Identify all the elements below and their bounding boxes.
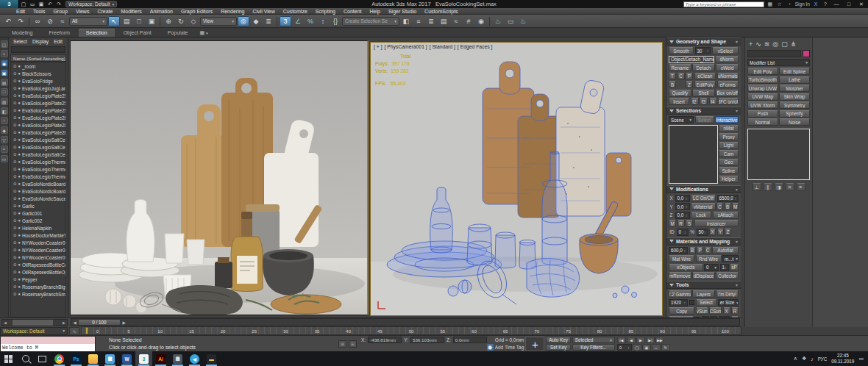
modifier-stack[interactable]: [747, 129, 810, 180]
interactive-button[interactable]: Interactive: [715, 116, 739, 123]
viewport-layout-plus-button[interactable]: +: [525, 337, 544, 351]
taskbar-app-3dsmax[interactable]: 3: [135, 351, 152, 366]
sattach-button[interactable]: sAttach: [713, 212, 739, 219]
explorer-list-item[interactable]: ⊙ ● EvaSoloLegioSaltCellarS: [11, 151, 65, 158]
time-slider[interactable]: ◀ 0 / 100 ▶: [71, 318, 740, 326]
explorer-list-item[interactable]: ⊙ ● EvaSoloFridge: [11, 77, 65, 85]
render-dot-icon[interactable]: ●: [18, 284, 21, 289]
track-bar-ruler[interactable]: 0510152025303540455055606570758085909510…: [81, 326, 741, 335]
snap-3d-icon[interactable]: 3: [280, 16, 291, 26]
csun-button[interactable]: CSun: [709, 307, 722, 315]
explorer-list-item[interactable]: ⊙ ● EvaSoloLegioSaltCellarLi: [11, 143, 65, 151]
menu-item[interactable]: Siger Studio: [388, 9, 416, 14]
configure-stack-icon[interactable]: ≡: [797, 183, 805, 191]
visibility-eye-icon[interactable]: ⊙: [13, 64, 17, 68]
explorer-list-item[interactable]: ⊙ ● HouseDoctorMarbleTray: [11, 232, 65, 239]
unlink-icon[interactable]: ⊘: [44, 16, 56, 26]
smooth-value-spinner[interactable]: 30: [695, 47, 711, 54]
selection-type-button[interactable]: Light: [719, 142, 739, 149]
sign-in-button[interactable]: Sign In: [795, 1, 810, 7]
keyboard-override-icon[interactable]: ≣: [263, 16, 274, 26]
percent-snap-icon[interactable]: %: [305, 16, 316, 26]
modifier-list-dropdown[interactable]: Modifier List: [747, 59, 810, 66]
selection-preview-box[interactable]: [669, 125, 718, 184]
selection-type-button[interactable]: nMat: [719, 125, 739, 132]
insert-button[interactable]: Insert: [669, 98, 689, 105]
explorer-list-item[interactable]: ⊙ ● OilRapeseedBottleOpen: [11, 268, 65, 276]
search-options-icon[interactable]: ▦: [766, 1, 774, 7]
modifier-button[interactable]: Push: [747, 110, 778, 118]
explorer-list-item[interactable]: ⊙ ● NYWoodenCoaster005: [11, 254, 65, 261]
shell-button[interactable]: Shell: [692, 90, 715, 97]
undo-scene-icon[interactable]: ↶: [2, 16, 14, 26]
tab-modeling[interactable]: Modeling: [4, 29, 40, 37]
explorer-list-item[interactable]: ⊙ ● RosemaryBranchSmall0: [11, 290, 65, 298]
help-search-input[interactable]: Type a keyword or phrase: [683, 1, 764, 7]
rendered-frame-window-icon[interactable]: ▭: [505, 16, 516, 26]
explorer-list-item[interactable]: ⊙ ● EvaSoloNordicBoardSma: [11, 187, 65, 195]
use-pivot-center-icon[interactable]: ◎: [238, 16, 249, 26]
explorer-list-item[interactable]: ⊙ ● EvaSoloLegioPlate28Din: [11, 121, 65, 129]
render-dot-icon[interactable]: ●: [18, 167, 21, 171]
dock-icon-11[interactable]: ▽: [1, 136, 8, 143]
mat-p-button[interactable]: P: [697, 247, 703, 254]
hierarchy-tab-icon[interactable]: ≋: [764, 40, 770, 48]
dock-icon-1[interactable]: ◫: [1, 40, 8, 48]
angle-snap-icon[interactable]: ∠: [292, 16, 304, 26]
t-button[interactable]: T: [669, 73, 676, 80]
current-frame-field[interactable]: 0: [617, 344, 632, 351]
show-end-result-icon[interactable]: ∥: [764, 183, 772, 191]
named-selection-set-dropdown[interactable]: Create Selection Se: [342, 17, 399, 26]
modifier-button[interactable]: Skin Wrap: [779, 93, 810, 101]
render-dot-icon[interactable]: ●: [18, 218, 21, 223]
set-key-button[interactable]: Set Key: [546, 344, 571, 351]
dock-icon-6[interactable]: □: [1, 88, 8, 96]
modifier-button[interactable]: Edit Spline: [779, 68, 810, 75]
explorer-list-item[interactable]: ⊙ ● NYWoodenCoaster003: [11, 239, 65, 246]
scene-dropdown[interactable]: Scene: [669, 116, 694, 123]
p-button[interactable]: P: [686, 73, 693, 80]
explorer-list-item[interactable]: ⊙ ● HelenaNapkin: [11, 224, 65, 232]
explorer-list-item[interactable]: ⊙ ● Garlic002: [11, 217, 65, 224]
taskbar-app-telegram[interactable]: ◀: [186, 351, 203, 366]
ribbon-toggle-icon[interactable]: ▤: [438, 16, 449, 26]
taskbar-app-explorer[interactable]: [85, 351, 102, 366]
render-setup-icon[interactable]: ♨: [492, 16, 504, 26]
f4-button[interactable]: f4: [709, 98, 717, 105]
r-toggle-button[interactable]: R: [677, 220, 685, 227]
object-name-field[interactable]: [747, 50, 801, 57]
visibility-eye-icon[interactable]: ⊙: [13, 115, 17, 120]
modifier-button[interactable]: Symmetry: [779, 101, 810, 109]
viewport-menu-pov[interactable]: [ PhysCamera001 ]: [385, 44, 427, 49]
selection-type-button[interactable]: Geo: [719, 159, 739, 166]
modifier-button[interactable]: Unwrap UVW: [747, 85, 778, 92]
vsun-button[interactable]: VSun: [696, 307, 708, 315]
bfc-onoff-button[interactable]: BFC on/off: [718, 98, 739, 105]
modifier-button[interactable]: Lathe: [779, 76, 810, 84]
render-dot-icon[interactable]: ●: [18, 137, 21, 142]
track-bar-marker[interactable]: [85, 327, 88, 334]
tools-x-button[interactable]: X: [723, 307, 730, 315]
c-button[interactable]: C: [677, 73, 685, 80]
render-dot-icon[interactable]: ●: [18, 255, 21, 259]
render-dot-icon[interactable]: ●: [18, 292, 21, 296]
visibility-eye-icon[interactable]: ⊙: [13, 71, 17, 76]
render-dot-icon[interactable]: ●: [18, 79, 21, 83]
detach-button[interactable]: Detach: [692, 64, 715, 71]
play-icon[interactable]: ▶: [636, 337, 645, 343]
modifier-button[interactable]: TurboSmooth: [747, 76, 778, 84]
render-dot-icon[interactable]: ●: [18, 262, 21, 267]
visibility-eye-icon[interactable]: ⊙: [13, 218, 17, 223]
taskbar-app-word[interactable]: W: [118, 351, 135, 366]
viewport-menu-edged[interactable]: [ Edged Faces ]: [458, 44, 493, 49]
menu-item[interactable]: Scripting: [316, 9, 335, 14]
visibility-eye-icon[interactable]: ⊙: [13, 292, 17, 296]
help-icon[interactable]: ?: [822, 1, 829, 7]
rollout-selections-header[interactable]: Selections▾: [666, 107, 741, 115]
visibility-eye-icon[interactable]: ⊙: [13, 101, 17, 105]
select-object-icon[interactable]: ↖: [108, 16, 120, 26]
viewport-menu-shading[interactable]: [ Standard ]: [430, 44, 455, 49]
explorer-list-item[interactable]: ⊙ ● EvaSoloLegioPlate25Des: [11, 92, 65, 99]
listener-macro-line[interactable]: [1, 337, 95, 344]
render-dot-icon[interactable]: ●: [18, 189, 21, 193]
